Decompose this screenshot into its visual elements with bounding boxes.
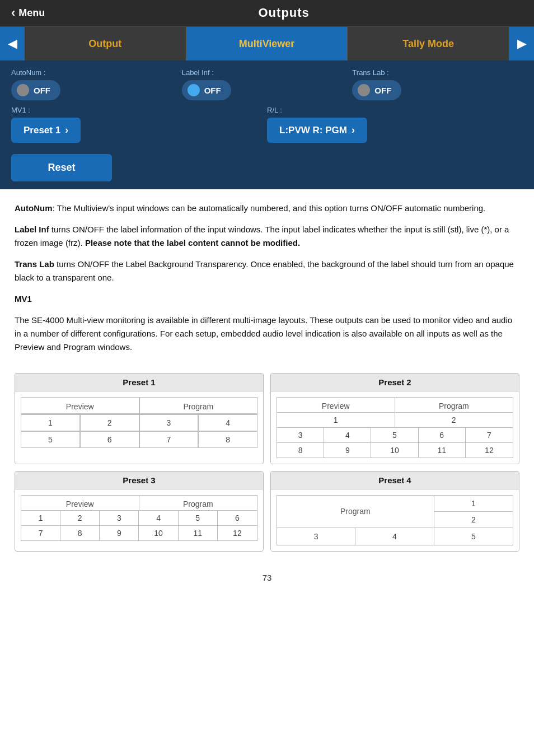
tab-multiviewer[interactable]: MultiViewer: [186, 27, 348, 60]
preset4-layout: Program 1 2 3 4 5: [277, 495, 513, 545]
mv1-title-bold: MV1: [15, 294, 32, 304]
list-item: 9: [324, 443, 371, 458]
preset4-header: Preset 4: [271, 472, 519, 489]
list-item: 7: [21, 526, 60, 540]
menu-button[interactable]: ‹ Menu: [11, 6, 45, 20]
list-item: 2: [434, 512, 513, 528]
preset2-card: Preset 2 Preview Program 1 2 3 4 5: [270, 373, 519, 464]
labelinf-toggle[interactable]: OFF: [182, 80, 231, 100]
preset1-card: Preset 1 Preview Program 1 2 3 4 5 6 7: [15, 373, 264, 464]
translab-toggle-text: OFF: [374, 86, 391, 95]
list-item: 3: [139, 414, 199, 431]
list-item: 4: [324, 428, 371, 442]
preset1-nums-row2: 5 6 7 8: [21, 431, 257, 448]
preset1-header: Preset 1: [15, 374, 263, 391]
preset3-header: Preset 3: [15, 472, 263, 489]
autonum-desc-text: : The Multiview's input windows can be a…: [53, 203, 486, 213]
list-item: 8: [60, 526, 100, 540]
preset3-card: Preset 3 Preview Program 1 2 3 4 5 6: [15, 471, 264, 552]
list-item: 5: [434, 528, 513, 545]
preset2-row2: 3 4 5 6 7: [277, 428, 513, 443]
preset2-body: Preview Program 1 2 3 4 5 6 7: [271, 391, 519, 464]
presets-section: Preset 1 Preview Program 1 2 3 4 5 6 7: [0, 367, 534, 563]
mv1-label: MV1 :: [11, 106, 267, 114]
preset2-row3: 8 9 10 11 12: [277, 443, 513, 458]
autonum-toggle[interactable]: OFF: [11, 80, 60, 100]
rl-group: R/L : L:PVW R: PGM ›: [267, 106, 523, 143]
rl-label: R/L :: [267, 106, 523, 114]
menu-label: Menu: [18, 7, 45, 19]
tab-prev-arrow[interactable]: ◀: [0, 27, 25, 60]
reset-row: Reset: [0, 148, 534, 189]
tab-next-arrow[interactable]: ▶: [509, 27, 534, 60]
labelinf-circle: [188, 84, 200, 96]
preset4-body: Program 1 2 3 4 5: [271, 489, 519, 551]
preset3-top: Preview Program: [21, 495, 257, 511]
autonum-toggle-text: OFF: [34, 86, 50, 95]
preset4-right: 1 2: [434, 496, 513, 528]
list-item: 5: [179, 511, 218, 525]
reset-button[interactable]: Reset: [11, 154, 112, 181]
translab-desc-text: turns ON/OFF the Label Background Transp…: [15, 259, 514, 282]
preset3-row2: 7 8 9 10 11 12: [21, 526, 257, 541]
preset3-body: Preview Program 1 2 3 4 5 6 7 8 9: [15, 489, 263, 547]
translab-toggle[interactable]: OFF: [352, 80, 401, 100]
list-item: 9: [100, 526, 139, 540]
list-item: 8: [198, 431, 257, 448]
list-item: 3: [277, 428, 324, 442]
preset-chevron-icon: ›: [65, 124, 68, 136]
rl-button[interactable]: L:PVW R: PGM ›: [267, 118, 367, 143]
list-item: 6: [218, 511, 257, 525]
left-arrow-icon: ◀: [8, 36, 17, 51]
autonum-circle: [17, 84, 29, 96]
preset-btn-text: Preset 1: [24, 125, 60, 136]
preset3-preview-label: Preview: [21, 496, 139, 510]
controls-area: AutoNum : OFF Label Inf : OFF Trans Lab …: [0, 60, 534, 148]
preset2-preview-label: Preview: [277, 398, 395, 412]
list-item: 7: [466, 428, 513, 442]
rl-btn-text: L:PVW R: PGM: [279, 125, 347, 136]
list-item: 11: [419, 443, 466, 458]
list-item: 1: [277, 413, 395, 427]
preset1-nums-row1: 1 2 3 4: [21, 414, 257, 431]
tab-output[interactable]: Output: [25, 27, 186, 60]
preset3-row1: 1 2 3 4 5 6: [21, 511, 257, 526]
autonum-description: AutoNum: The Multiview's input windows c…: [15, 202, 519, 215]
preset2-top: Preview Program: [277, 397, 513, 413]
list-item: 1: [434, 496, 513, 512]
list-item: 7: [139, 431, 199, 448]
list-item: 12: [218, 526, 257, 540]
preset4-program-label: Program: [277, 496, 434, 528]
list-item: 10: [139, 526, 178, 540]
list-item: 10: [371, 443, 418, 458]
right-arrow-icon: ▶: [517, 36, 527, 51]
labelinf-description: Label Inf turns ON/OFF the label informa…: [15, 223, 519, 250]
preset4-bottom: 3 4 5: [277, 528, 513, 545]
translab-circle: [358, 84, 370, 96]
autonum-group: AutoNum : OFF: [11, 68, 182, 100]
list-item: 4: [139, 511, 178, 525]
mv1-description: The SE-4000 Multi-view monitoring is ava…: [15, 314, 519, 354]
list-item: 12: [466, 443, 513, 458]
mv1-section-title: MV1: [15, 292, 519, 306]
autonum-bold: AutoNum: [15, 203, 53, 213]
list-item: 8: [277, 443, 324, 458]
list-item: 2: [395, 413, 513, 427]
preset3-program-label: Program: [139, 496, 257, 510]
top-bar: ‹ Menu Outputs: [0, 0, 534, 27]
list-item: 1: [21, 511, 60, 525]
preset2-program-label: Program: [395, 398, 513, 412]
preset2-header: Preset 2: [271, 374, 519, 391]
list-item: 6: [419, 428, 466, 442]
list-item: 5: [371, 428, 418, 442]
translab-label: Trans Lab :: [352, 68, 388, 77]
list-item: 4: [198, 414, 257, 431]
preset1-body: Preview Program 1 2 3 4 5 6 7 8: [15, 391, 263, 454]
tab-tally-mode[interactable]: Tally Mode: [348, 27, 509, 60]
preset-button[interactable]: Preset 1 ›: [11, 118, 81, 143]
presets-grid: Preset 1 Preview Program 1 2 3 4 5 6 7: [15, 373, 519, 552]
list-item: 2: [60, 511, 100, 525]
list-item: 2: [80, 414, 139, 431]
preset1-program-label: Program: [139, 397, 258, 414]
preset2-layout: Preview Program 1 2 3 4 5 6 7: [277, 397, 513, 458]
